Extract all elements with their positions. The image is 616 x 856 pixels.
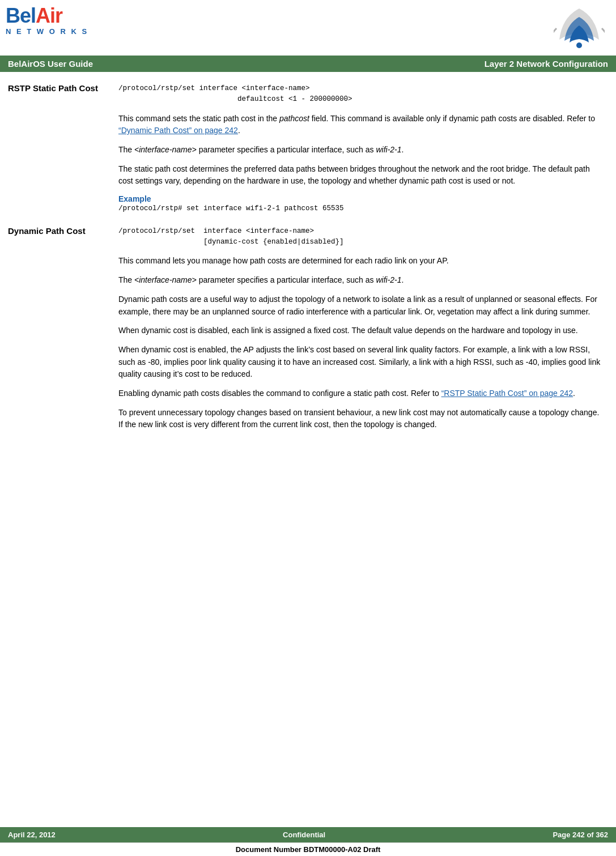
desc-rstp-static: /protocol/rstp/set interface <interface-…	[118, 81, 605, 224]
link-rstp-static[interactable]: “RSTP Static Path Cost” on page 242	[441, 389, 573, 398]
italic-wifi-1: wifi-2-1	[376, 145, 401, 154]
main-content: RSTP Static Path Cost /protocol/rstp/set…	[0, 72, 616, 449]
footer-date: April 22, 2012	[8, 831, 56, 839]
link-dynamic-path-cost[interactable]: “Dynamic Path Cost” on page 242	[118, 126, 238, 135]
para-interface-name-2: The <interface-name> parameter specifies…	[118, 274, 605, 287]
logo-networks: N E T W O R K S	[6, 27, 88, 36]
logo-area: BelAir N E T W O R K S	[6, 6, 88, 36]
footer-confidential: Confidential	[56, 831, 553, 839]
footer-bar: April 22, 2012 Confidential Page 242 of …	[0, 827, 616, 842]
para-enabling-dynamic: Enabling dynamic path costs disables the…	[118, 387, 605, 400]
para-interface-name-1: The <interface-name> parameter specifies…	[118, 144, 605, 156]
footer-page: Page 242 of 362	[553, 831, 608, 839]
italic-interface-name-2: <interface-name>	[134, 275, 197, 284]
term-dynamic-path-cost: Dynamic Path Cost	[8, 224, 118, 440]
title-right: Layer 2 Network Configuration	[485, 59, 608, 69]
title-bar: BelAirOS User Guide Layer 2 Network Conf…	[0, 56, 616, 72]
section-dynamic-path-cost: Dynamic Path Cost /protocol/rstp/set int…	[8, 224, 605, 440]
page-header: BelAir N E T W O R K S	[0, 0, 616, 56]
para-dynamic-enabled: When dynamic cost is enabled, the AP adj…	[118, 344, 605, 381]
footer-wrapper: April 22, 2012 Confidential Page 242 of …	[0, 827, 616, 856]
para-static-path-cost-desc: The static path cost determines the pref…	[118, 163, 605, 188]
footer-doc-number: Document Number BDTM00000-A02 Draft	[0, 842, 616, 856]
italic-pathcost: pathcost	[279, 114, 309, 123]
code-rstp-static: /protocol/rstp/set interface <interface-…	[118, 83, 605, 105]
para-dynamic-intro: This command lets you manage how path co…	[118, 255, 605, 267]
italic-wifi-2: wifi-2-1	[376, 275, 401, 284]
para-pathcost: This command sets the static path cost i…	[118, 113, 605, 137]
title-left: BelAirOS User Guide	[8, 59, 93, 69]
para-dynamic-disabled: When dynamic cost is disabled, each link…	[118, 325, 605, 337]
header-logo-icon	[554, 6, 605, 50]
italic-interface-name-1: <interface-name>	[134, 145, 197, 154]
code-dynamic-path-cost: /protocol/rstp/set interface <interface-…	[118, 226, 605, 248]
desc-dynamic-path-cost: /protocol/rstp/set interface <interface-…	[118, 224, 605, 440]
para-prevent-topology: To prevent unnecessary topology changes …	[118, 407, 605, 431]
example-code-1: /protocol/rstp# set interface wifi-2-1 p…	[118, 205, 605, 212]
example-label-1: Example	[118, 194, 605, 203]
term-rstp-static: RSTP Static Path Cost	[8, 81, 118, 224]
section-rstp-static: RSTP Static Path Cost /protocol/rstp/set…	[8, 81, 605, 224]
logo-belair: BelAir	[6, 6, 62, 26]
svg-point-0	[576, 42, 582, 48]
para-dynamic-useful: Dynamic path costs are a useful way to a…	[118, 293, 605, 318]
content-table: RSTP Static Path Cost /protocol/rstp/set…	[8, 81, 605, 440]
